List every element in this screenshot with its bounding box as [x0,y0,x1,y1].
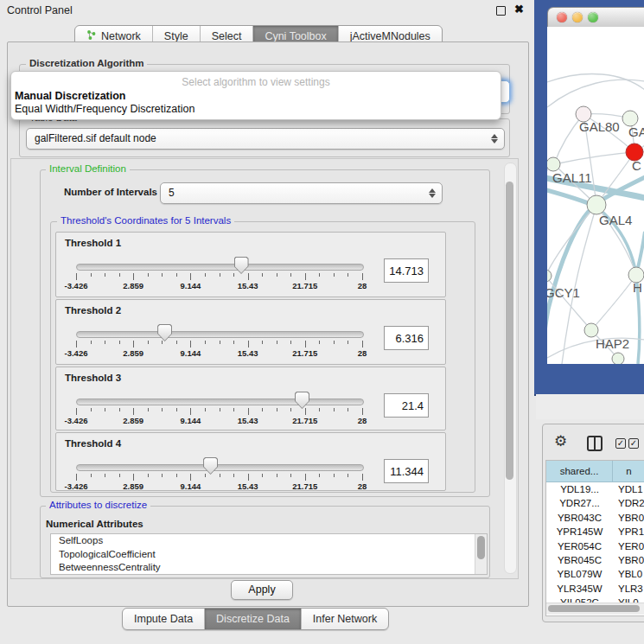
table-data-selected-value: galFiltered.sif default node [35,132,156,144]
table-row[interactable]: YDR27...YDR2 [546,496,644,510]
threshold-value-field-4[interactable]: 11.344 [384,459,429,483]
columns-icon[interactable] [587,436,603,451]
apply-button[interactable]: Apply [231,580,293,600]
node-table[interactable]: shared...n YDL19...YDL1YDR27...YDR2YBR04… [545,460,644,616]
number-of-intervals-combobox[interactable]: 5 [160,182,443,204]
table-cell: YDR2 [613,496,644,510]
table-row[interactable]: YBL079WYBL0 [546,567,644,581]
network-node[interactable] [612,353,624,364]
column-header-2[interactable]: n [613,461,644,481]
slider-track-4[interactable] [76,464,364,471]
slider-handle-3[interactable] [295,392,309,409]
algorithm-popup-hint: Select algorithm to view settings [11,76,501,88]
slider-handle-4[interactable] [203,457,218,475]
algorithm-option-equal-width-frequency-discretization[interactable]: Equal Width/Frequency Discretization [15,103,194,115]
threshold-label-1: Threshold 1 [65,238,121,248]
node-label-gcy1: GCY1 [547,285,580,300]
axis-label: -3.426 [65,416,88,425]
float-window-icon[interactable] [496,6,506,16]
gear-icon[interactable]: ⚙ [554,432,567,450]
minimize-traffic-light[interactable] [572,12,583,22]
table-cell: YDL19... [546,482,613,496]
tab-cyni-toolbox-label: Cyni Toolbox [265,30,326,42]
node-label-c: C [632,158,641,173]
axis-label: -3.426 [65,481,88,491]
slider-track-1[interactable] [76,264,364,271]
axis-label: 28 [358,281,367,290]
table-row[interactable]: YBR043CYBR0 [546,511,644,525]
attribute-item-selfloops[interactable]: SelfLoops [51,534,487,548]
table-row[interactable]: YER054CYER0 [546,539,644,553]
threshold-value-field-2[interactable]: 6.316 [384,326,429,350]
tab-infer-network[interactable]: Infer Network [302,609,388,629]
axis-label: 28 [358,481,367,491]
bottom-tab-bar: Impute DataDiscretize DataInfer Network [122,608,389,630]
table-horizontal-scrollbar[interactable] [546,603,644,615]
threshold-value-field-1[interactable]: 14.713 [384,258,429,283]
network-node-gal4[interactable] [587,195,606,214]
axis-label: 21.715 [292,481,317,491]
slider-ticks [76,341,362,348]
threshold-value-field-3[interactable]: 21.4 [384,393,429,418]
interval-definition-title: Interval Definition [46,163,130,175]
slider-track-3[interactable] [76,399,364,405]
threshold-panel-4: Threshold 4-3.4262.8599.14415.4321.71528… [55,432,446,491]
vertical-scrollbar-thumb[interactable] [506,182,513,480]
axis-label: 15.43 [238,481,258,491]
tab-discretize-data[interactable]: Discretize Data [205,609,302,629]
zoom-traffic-light[interactable] [588,12,598,22]
axis-label: 21.715 [292,348,317,358]
tab-impute-data-label: Impute Data [134,613,193,625]
table-row[interactable]: YLR345WYLR3 [546,582,644,596]
attributes-list-scrollbar-thumb[interactable] [477,536,485,559]
close-traffic-light[interactable] [557,12,567,22]
slider-handle-2[interactable] [157,324,172,341]
table-row[interactable]: YDL19...YDL1 [546,482,644,496]
network-canvas[interactable]: GAL80GACGAL11GAL4GCY1HHAP2 [547,27,644,364]
threshold-label-2: Threshold 2 [65,305,121,316]
network-graph: GAL80GACGAL11GAL4GCY1HHAP2 [547,27,644,364]
table-data-combobox[interactable]: galFiltered.sif default node [26,128,505,150]
table-cell: YBR0 [613,553,644,567]
attribute-item-topologicalcoefficient[interactable]: TopologicalCoefficient [51,548,487,562]
network-node-gal11[interactable] [547,157,560,171]
combo-stepper-icon [491,132,499,145]
table-cell: YPR1 [613,525,644,539]
threshold-label-4: Threshold 4 [65,438,121,449]
network-node-gcy1[interactable] [547,270,552,282]
table-row[interactable]: YBR045CYBR0 [546,553,644,567]
axis-label: 9.144 [181,348,201,358]
node-label-gal80: GAL80 [579,119,620,134]
network-window-titlebar[interactable] [547,7,644,29]
checkbox-icon[interactable]: ✓ [628,438,639,449]
axis-label: 21.715 [292,416,317,425]
table-header-row: shared...n [546,461,644,482]
slider-ticks [76,408,362,416]
slider-track-2[interactable] [76,331,364,338]
number-of-intervals-label: Number of Intervals [64,187,157,197]
network-edge [547,73,644,90]
algorithm-dropdown-popup: Select algorithm to view settings Manual… [10,71,501,120]
algorithm-option-manual-discretization[interactable]: Manual Discretization [15,90,126,102]
node-label-gal4: GAL4 [599,213,632,227]
checkbox-icon[interactable]: ✓ [615,438,626,449]
close-icon[interactable]: ✖ [514,3,524,16]
control-panel-title: Control Panel [7,4,73,16]
column-header-1[interactable]: shared... [546,461,613,481]
axis-label: 28 [358,348,367,358]
slider-handle-1[interactable] [234,257,249,274]
table-cell: YBR0 [613,511,644,525]
table-panel-titlebar: Table Panel [536,394,644,419]
axis-label: -3.426 [65,281,88,290]
table-horizontal-scrollbar-thumb[interactable] [548,605,640,612]
table-cell: YBL079W [546,567,613,581]
tab-discretize-data-label: Discretize Data [216,613,290,625]
network-node-hap2[interactable] [584,323,598,337]
attributes-group-title: Attributes to discretize [46,500,150,511]
tab-impute-data[interactable]: Impute Data [123,609,205,629]
attribute-item-betweennesscentrality[interactable]: BetweennessCentrality [51,561,487,575]
table-cell: YDR27... [546,496,613,510]
attributes-list-scrollbar[interactable] [475,534,487,574]
numerical-attributes-list[interactable]: SelfLoopsTopologicalCoefficientBetweenne… [50,533,488,575]
table-row[interactable]: YPR145WYPR1 [546,525,644,539]
